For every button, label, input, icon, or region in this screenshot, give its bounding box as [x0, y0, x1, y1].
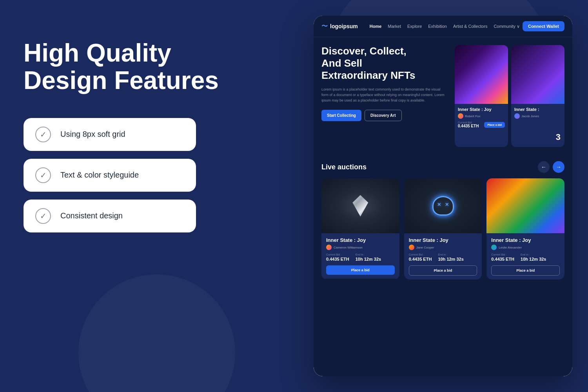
hero-nft-title-2: Inner State : — [514, 107, 561, 112]
auction-nav-arrows: ← → — [538, 161, 564, 173]
app-nav: 〜 logoipsum Home Market Explore Exhibiti… — [314, 16, 572, 37]
auction-end-group-3: End in : 10h 12m 32s — [521, 253, 546, 261]
auctions-title: Live auctions — [321, 163, 367, 171]
auction-artist-2: Jane Cooper — [409, 245, 477, 250]
hero-section: Discover, Collect,And SellExtraordinary … — [314, 37, 572, 155]
auction-artist-name-2: Jane Cooper — [416, 246, 434, 249]
hero-bid-row-1: Current Bid: 0.4435 ETH Place a bid — [458, 121, 505, 128]
auction-artist-1: Cameron Williamson — [326, 245, 395, 250]
auction-bid-group-3: Current Bid : 0.4435 ETH — [491, 253, 514, 261]
auction-avatar-2 — [409, 245, 414, 250]
auction-card-body-2: Inner State : Joy Jane Cooper Current Bi… — [404, 233, 482, 279]
auction-artist-3: Leslie Alexander — [491, 245, 560, 250]
auction-end-group-1: End in : 10h 12m 32s — [356, 253, 381, 261]
nav-links: Home Market Explore Exhibition Artist & … — [370, 24, 523, 29]
auction-nft-title-1: Inner State : Joy — [326, 237, 395, 243]
hero-nft-artist-1: Robert Fox — [458, 113, 505, 119]
hero-nft-image-2 — [511, 45, 564, 104]
auction-cards-container: Inner State : Joy Cameron Williamson Cur… — [321, 178, 564, 279]
artist-name-1: Robert Fox — [465, 114, 481, 118]
hero-nft-artist-2: Jacob Jones — [514, 113, 561, 119]
bg-decoration-2 — [78, 274, 235, 392]
nav-explore[interactable]: Explore — [407, 24, 422, 29]
feature-label-grid: Using 8px soft grid — [60, 130, 125, 139]
hero-nft-title-1: Inner State : Joy — [458, 107, 505, 112]
logo-text: logoipsum — [330, 23, 358, 29]
auction-bid-label-2: Current Bid : — [409, 253, 432, 256]
auctions-section: Live auctions ← → Inner State : Joy — [314, 155, 572, 286]
auctions-header: Live auctions ← → — [321, 161, 564, 173]
hero-nft-card-1: Inner State : Joy Robert Fox Current Bid… — [455, 45, 508, 147]
auction-bid-group-1: Current Bid : 0.4435 ETH — [326, 253, 349, 261]
nav-artists[interactable]: Artist & Collectors — [453, 24, 487, 29]
auction-end-value-2: 10h 12m 32s — [438, 257, 463, 261]
connect-wallet-button[interactable]: Connect Wallet — [523, 21, 564, 31]
auction-end-group-2: End in : 10h 12m 32s — [438, 253, 463, 261]
artist-avatar-2 — [514, 113, 520, 119]
mask-eyes: ✕ ✕ — [437, 202, 449, 207]
logo: 〜 logoipsum — [321, 22, 358, 31]
auction-card-3: Inner State : Joy Leslie Alexander Curre… — [486, 178, 564, 279]
artist-avatar-1 — [458, 113, 463, 119]
auction-next-button[interactable]: → — [553, 161, 564, 173]
auction-bid-label-3: Current Bid : — [491, 253, 514, 256]
auction-bid-group-2: Current Bid : 0.4435 ETH — [409, 253, 432, 261]
auction-card-1: Inner State : Joy Cameron Williamson Cur… — [321, 178, 399, 279]
nav-community[interactable]: Community ∨ — [494, 24, 520, 29]
auction-image-1 — [321, 178, 399, 233]
auction-end-label-3: End in : — [521, 253, 546, 256]
mask-eye-right: ✕ — [445, 202, 449, 207]
auction-bid-value-3: 0.4435 ETH — [491, 257, 514, 261]
auction-artist-name-1: Cameron Williamson — [334, 246, 363, 249]
nav-market[interactable]: Market — [388, 24, 401, 29]
auction-avatar-3 — [491, 245, 497, 250]
app-inner: 〜 logoipsum Home Market Explore Exhibiti… — [314, 16, 572, 376]
auction-nft-title-3: Inner State : Joy — [491, 237, 560, 243]
check-icon-consistent: ✓ — [35, 208, 51, 224]
auction-card-2: ✕ ✕ Inner State : Joy Jane Cooper — [404, 178, 482, 279]
diamond-icon — [352, 195, 368, 217]
auction-artist-name-3: Leslie Alexander — [499, 246, 522, 249]
hero-place-bid-button-1[interactable]: Place a bid — [484, 122, 505, 128]
hero-bid-label-1: Current Bid: — [458, 121, 479, 124]
auction-bid-button-1[interactable]: Place a bid — [326, 265, 395, 275]
artist-name-2: Jacob Jones — [521, 114, 539, 118]
nav-home[interactable]: Home — [370, 24, 382, 29]
mask-icon: ✕ ✕ — [432, 196, 454, 216]
auction-bid-row-1: Current Bid : 0.4435 ETH End in : 10h 12… — [326, 253, 395, 261]
logo-icon: 〜 — [321, 22, 328, 31]
feature-card-styleguide: ✓ Text & color styleguide — [24, 159, 196, 192]
hero-bid-info-1: Current Bid: 0.4435 ETH — [458, 121, 479, 128]
card-number: 3 — [556, 132, 561, 142]
nav-exhibition[interactable]: Exhibition — [428, 24, 447, 29]
auction-nft-title-2: Inner State : Joy — [409, 237, 477, 243]
auction-end-value-1: 10h 12m 32s — [356, 257, 381, 261]
hero-title: Discover, Collect,And SellExtraordinary … — [321, 45, 446, 82]
hero-nft-info-2: Inner State : Jacob Jones 3 — [511, 104, 564, 124]
app-mockup: 〜 logoipsum Home Market Explore Exhibiti… — [314, 16, 572, 376]
hero-bid-amount-1: 0.4435 ETH — [458, 124, 479, 128]
auction-prev-button[interactable]: ← — [538, 161, 550, 173]
discovery-art-button[interactable]: Discovery Art — [365, 110, 402, 121]
auction-bid-value-1: 0.4435 ETH — [326, 257, 349, 261]
auction-bid-label-1: Current Bid : — [326, 253, 349, 256]
feature-label-consistent: Consistent design — [60, 211, 123, 220]
hero-nft-cards: Inner State : Joy Robert Fox Current Bid… — [455, 45, 564, 147]
check-icon-styleguide: ✓ — [35, 167, 51, 183]
auction-bid-button-3[interactable]: Place a bid — [491, 265, 560, 276]
hero-nft-image-1 — [455, 45, 508, 104]
auction-bid-row-3: Current Bid : 0.4435 ETH End in : 10h 12… — [491, 253, 560, 261]
hero-buttons: Start Collecting Discovery Art — [321, 110, 446, 121]
auction-bid-row-2: Current Bid : 0.4435 ETH End in : 10h 12… — [409, 253, 477, 261]
auction-image-2: ✕ ✕ — [404, 178, 482, 233]
check-icon-grid: ✓ — [35, 127, 51, 142]
start-collecting-button[interactable]: Start Collecting — [321, 110, 361, 121]
hero-text: Discover, Collect,And SellExtraordinary … — [321, 45, 450, 147]
hero-nft-info-1: Inner State : Joy Robert Fox Current Bid… — [455, 104, 508, 131]
auction-card-body-1: Inner State : Joy Cameron Williamson Cur… — [321, 233, 399, 279]
auction-end-label-1: End in : — [356, 253, 381, 256]
mask-eye-left: ✕ — [437, 202, 441, 207]
feature-card-consistent: ✓ Consistent design — [24, 200, 196, 232]
auction-image-3 — [486, 178, 564, 233]
auction-bid-button-2[interactable]: Place a bid — [409, 265, 477, 276]
